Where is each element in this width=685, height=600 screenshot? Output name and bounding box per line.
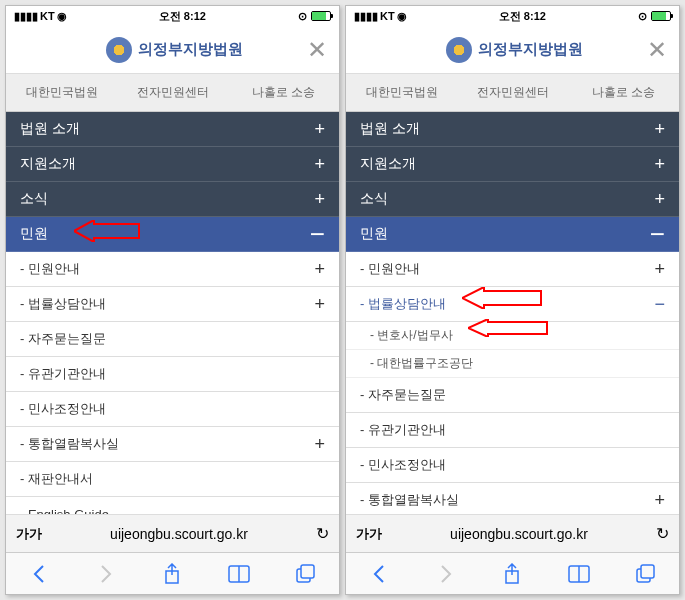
signal-icon: ▮▮▮▮ — [14, 10, 38, 23]
sub-item-4[interactable]: - 민사조정안내 — [6, 392, 339, 427]
sub-item-b0[interactable]: - 자주묻는질문 — [346, 378, 679, 413]
battery-icon — [311, 11, 331, 21]
site-title: 의정부지방법원 — [478, 40, 583, 59]
sub3-item-0[interactable]: - 변호사/법무사 — [346, 322, 679, 350]
back-icon[interactable] — [28, 563, 50, 585]
bookmarks-icon[interactable] — [228, 563, 250, 585]
battery-icon — [651, 11, 671, 21]
nav-item-3[interactable]: 민원− — [6, 217, 339, 252]
nav-item-2[interactable]: 소식+ — [6, 182, 339, 217]
sub-item-0[interactable]: - 민원안내+ — [6, 252, 339, 287]
svg-rect-4 — [301, 565, 314, 578]
sub3-item-1[interactable]: - 대한법률구조공단 — [346, 350, 679, 378]
url-bar: 가가 uijeongbu.scourt.go.kr ↻ — [6, 514, 339, 552]
alarm-icon: ⊙ — [298, 10, 307, 23]
status-bar: ▮▮▮▮ KT ◉ 오전 8:12 ⊙ — [346, 6, 679, 26]
bookmarks-icon[interactable] — [568, 563, 590, 585]
court-logo-icon — [446, 37, 472, 63]
text-size-button[interactable]: 가가 — [16, 525, 42, 543]
time-label: 오전 8:12 — [159, 9, 206, 24]
sub-item-5[interactable]: - 통합열람복사실+ — [6, 427, 339, 462]
app-header: 의정부지방법원 ✕ — [346, 26, 679, 74]
sub-item-active[interactable]: - 법률상담안내− — [346, 287, 679, 322]
back-icon[interactable] — [368, 563, 390, 585]
tabs-icon[interactable] — [295, 563, 317, 585]
forward-icon[interactable] — [95, 563, 117, 585]
close-icon[interactable]: ✕ — [307, 36, 327, 64]
share-icon[interactable] — [501, 563, 523, 585]
court-logo-icon — [106, 37, 132, 63]
app-header: 의정부지방법원 ✕ — [6, 26, 339, 74]
url-bar: 가가 uijeongbu.scourt.go.kr ↻ — [346, 514, 679, 552]
nav-item-0[interactable]: 법원 소개+ — [6, 112, 339, 147]
sub-item-b1[interactable]: - 유관기관안내 — [346, 413, 679, 448]
browser-toolbar — [346, 552, 679, 594]
nav-item-3[interactable]: 민원− — [346, 217, 679, 252]
phone-right: ▮▮▮▮ KT ◉ 오전 8:12 ⊙ 의정부지방법원 ✕ 대한민국법원 전자민… — [345, 5, 680, 595]
sub-item-2[interactable]: - 자주묻는질문 — [6, 322, 339, 357]
text-size-button[interactable]: 가가 — [356, 525, 382, 543]
top-tab-2[interactable]: 나홀로 소송 — [568, 74, 679, 111]
nav-item-1[interactable]: 지원소개+ — [6, 147, 339, 182]
top-tab-1[interactable]: 전자민원센터 — [117, 74, 228, 111]
alarm-icon: ⊙ — [638, 10, 647, 23]
url-text[interactable]: uijeongbu.scourt.go.kr — [52, 526, 306, 542]
sub-item-b3[interactable]: - 통합열람복사실+ — [346, 483, 679, 514]
nav-item-2[interactable]: 소식+ — [346, 182, 679, 217]
nav-item-0[interactable]: 법원 소개+ — [346, 112, 679, 147]
close-icon[interactable]: ✕ — [647, 36, 667, 64]
top-tabs: 대한민국법원 전자민원센터 나홀로 소송 — [346, 74, 679, 112]
svg-rect-9 — [641, 565, 654, 578]
share-icon[interactable] — [161, 563, 183, 585]
tabs-icon[interactable] — [635, 563, 657, 585]
url-text[interactable]: uijeongbu.scourt.go.kr — [392, 526, 646, 542]
sub-item-3[interactable]: - 유관기관안내 — [6, 357, 339, 392]
sub-item-7[interactable]: - English Guide — [6, 497, 339, 514]
top-tab-2[interactable]: 나홀로 소송 — [228, 74, 339, 111]
signal-icon: ▮▮▮▮ — [354, 10, 378, 23]
top-tab-0[interactable]: 대한민국법원 — [6, 74, 117, 111]
top-tab-0[interactable]: 대한민국법원 — [346, 74, 457, 111]
carrier-label: KT — [40, 10, 55, 22]
browser-toolbar — [6, 552, 339, 594]
sub-item-6[interactable]: - 재판안내서 — [6, 462, 339, 497]
phone-left: ▮▮▮▮ KT ◉ 오전 8:12 ⊙ 의정부지방법원 ✕ 대한민국법원 전자민… — [5, 5, 340, 595]
status-bar: ▮▮▮▮ KT ◉ 오전 8:12 ⊙ — [6, 6, 339, 26]
site-title: 의정부지방법원 — [138, 40, 243, 59]
wifi-icon: ◉ — [397, 10, 407, 23]
top-tab-1[interactable]: 전자민원센터 — [457, 74, 568, 111]
top-tabs: 대한민국법원 전자민원센터 나홀로 소송 — [6, 74, 339, 112]
forward-icon[interactable] — [435, 563, 457, 585]
reload-icon[interactable]: ↻ — [316, 524, 329, 543]
time-label: 오전 8:12 — [499, 9, 546, 24]
sub-item-b2[interactable]: - 민사조정안내 — [346, 448, 679, 483]
wifi-icon: ◉ — [57, 10, 67, 23]
nav-item-1[interactable]: 지원소개+ — [346, 147, 679, 182]
sub-item-a0[interactable]: - 민원안내+ — [346, 252, 679, 287]
reload-icon[interactable]: ↻ — [656, 524, 669, 543]
sub-item-1[interactable]: - 법률상담안내+ — [6, 287, 339, 322]
carrier-label: KT — [380, 10, 395, 22]
